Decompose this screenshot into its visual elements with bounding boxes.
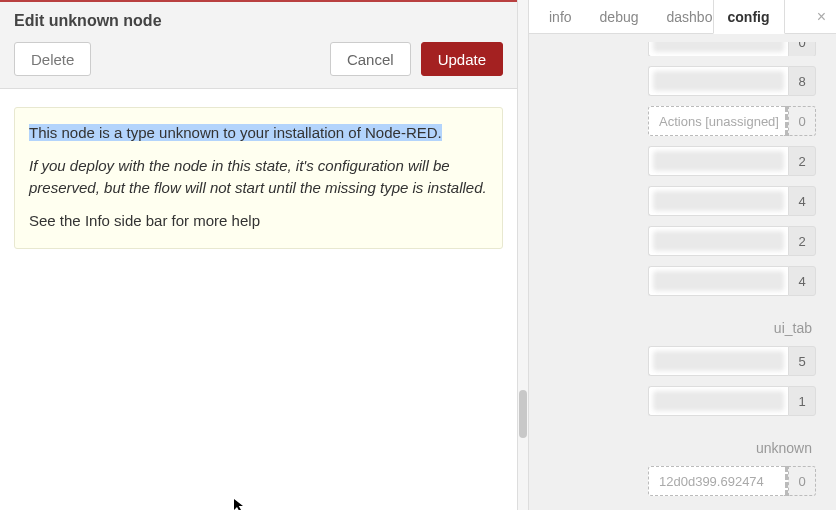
info-box: This node is a type unknown to your inst… [14,107,503,249]
info-highlight: This node is a type unknown to your inst… [29,124,442,141]
tab-info[interactable]: info [535,0,586,34]
tab-debug[interactable]: debug [586,0,653,34]
config-entry[interactable]: 0 [648,42,816,56]
config-row: 1 [549,386,816,416]
editor-button-row: Delete Cancel Update [14,42,503,76]
config-node-label [648,146,788,176]
info-line-2: If you deploy with the node in this stat… [29,155,488,200]
config-entry[interactable]: 12d0d399.692474 0 [648,466,816,496]
editor-panel: Edit unknown node Delete Cancel Update T… [0,0,518,510]
config-row: 12d0d399.692474 0 [549,466,816,496]
config-count-badge: 5 [788,346,816,376]
config-entry[interactable]: 4 [648,186,816,216]
config-entry[interactable]: 1 [648,386,816,416]
config-row: 2 [549,146,816,176]
config-node-label [648,346,788,376]
config-count-badge: 1 [788,386,816,416]
config-row: 8 [549,66,816,96]
config-entry[interactable]: 8 [648,66,816,96]
config-list[interactable]: 0 8 Actions [unassigned] 0 2 4 [529,34,836,510]
info-line-3: See the Info side bar for more help [29,210,488,233]
config-count-badge: 0 [788,466,816,496]
config-row: Actions [unassigned] 0 [549,106,816,136]
tab-dashboard[interactable]: dashboard × [653,0,713,34]
config-entry[interactable]: 2 [648,226,816,256]
config-entry[interactable]: Actions [unassigned] 0 [648,106,816,136]
tab-config[interactable]: config [713,0,785,34]
cancel-button[interactable]: Cancel [330,42,411,76]
config-row: 4 [549,186,816,216]
config-count-badge: 8 [788,66,816,96]
config-node-label [648,226,788,256]
section-title-uitab: ui_tab [549,320,816,336]
config-node-label: 12d0d399.692474 [648,466,788,496]
config-node-label: Actions [unassigned] [648,106,788,136]
sidebar-tabs: info debug dashboard × config × [529,0,836,34]
config-count-badge: 0 [788,106,816,136]
info-line-1: This node is a type unknown to your inst… [29,122,488,145]
delete-button[interactable]: Delete [14,42,91,76]
config-count-badge: 4 [788,186,816,216]
editor-title: Edit unknown node [14,12,503,30]
editor-body: This node is a type unknown to your inst… [0,89,517,510]
scrollbar[interactable] [518,0,528,510]
close-icon[interactable]: × [807,8,836,26]
config-entry[interactable]: 4 [648,266,816,296]
config-row: 4 [549,266,816,296]
config-node-label [648,42,788,56]
config-node-label [648,386,788,416]
section-title-unknown: unknown [549,440,816,456]
config-count-badge: 4 [788,266,816,296]
tab-dashboard-label: dashboard [667,9,713,25]
config-count-badge: 2 [788,146,816,176]
config-row: 0 [549,42,816,56]
update-button[interactable]: Update [421,42,503,76]
config-node-label [648,266,788,296]
config-entry[interactable]: 2 [648,146,816,176]
config-node-label [648,186,788,216]
config-count-badge: 2 [788,226,816,256]
editor-header: Edit unknown node Delete Cancel Update [0,0,517,89]
scroll-thumb[interactable] [519,390,527,438]
config-count-badge: 0 [788,42,816,56]
config-row: 2 [549,226,816,256]
sidebar: info debug dashboard × config × 0 8 Acti… [528,0,836,510]
config-entry[interactable]: 5 [648,346,816,376]
config-row: 5 [549,346,816,376]
config-node-label [648,66,788,96]
